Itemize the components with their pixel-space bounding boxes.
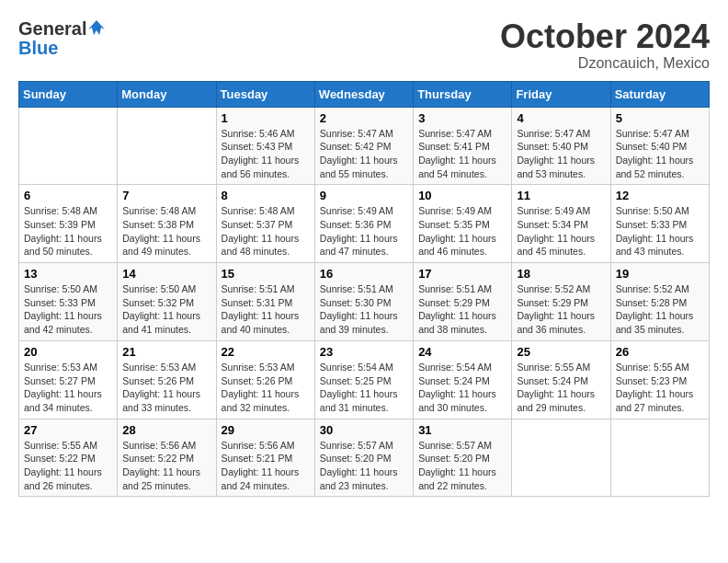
calendar-body: 1Sunrise: 5:46 AMSunset: 5:43 PMDaylight… (19, 107, 710, 497)
logo-bird-icon (88, 18, 105, 35)
day-info: Sunrise: 5:50 AMSunset: 5:33 PMDaylight:… (24, 282, 112, 337)
day-number: 8 (222, 189, 310, 202)
calendar-day-cell: 31Sunrise: 5:57 AMSunset: 5:20 PMDayligh… (414, 419, 512, 497)
day-number: 12 (616, 189, 704, 202)
calendar-day-cell: 30Sunrise: 5:57 AMSunset: 5:20 PMDayligh… (314, 419, 413, 497)
day-info: Sunrise: 5:50 AMSunset: 5:33 PMDaylight:… (616, 204, 704, 259)
day-info: Sunrise: 5:49 AMSunset: 5:36 PMDaylight:… (320, 204, 408, 259)
calendar-day-cell: 17Sunrise: 5:51 AMSunset: 5:29 PMDayligh… (414, 263, 512, 341)
day-number: 11 (517, 189, 605, 202)
month-title: October 2024 (500, 18, 710, 55)
calendar-day-cell: 1Sunrise: 5:46 AMSunset: 5:43 PMDaylight… (216, 107, 314, 185)
day-number: 20 (24, 345, 112, 359)
day-number: 13 (24, 267, 112, 281)
day-info: Sunrise: 5:49 AMSunset: 5:35 PMDaylight:… (418, 204, 506, 259)
day-number: 17 (418, 267, 506, 281)
weekday-header-row: SundayMondayTuesdayWednesdayThursdayFrid… (19, 81, 710, 107)
calendar-week-row: 1Sunrise: 5:46 AMSunset: 5:43 PMDaylight… (19, 107, 710, 185)
calendar-week-row: 27Sunrise: 5:55 AMSunset: 5:22 PMDayligh… (19, 419, 710, 497)
day-info: Sunrise: 5:52 AMSunset: 5:28 PMDaylight:… (616, 282, 704, 337)
day-number: 7 (122, 189, 210, 202)
day-number: 18 (517, 267, 605, 281)
day-info: Sunrise: 5:57 AMSunset: 5:20 PMDaylight:… (418, 439, 506, 493)
day-info: Sunrise: 5:57 AMSunset: 5:20 PMDaylight:… (320, 439, 408, 493)
calendar-day-cell: 20Sunrise: 5:53 AMSunset: 5:27 PMDayligh… (19, 340, 118, 419)
day-info: Sunrise: 5:51 AMSunset: 5:30 PMDaylight:… (320, 282, 408, 337)
calendar-day-cell (118, 107, 216, 185)
day-info: Sunrise: 5:49 AMSunset: 5:34 PMDaylight:… (517, 204, 605, 259)
day-number: 9 (320, 189, 408, 202)
day-info: Sunrise: 5:53 AMSunset: 5:26 PMDaylight:… (122, 361, 210, 415)
day-info: Sunrise: 5:50 AMSunset: 5:32 PMDaylight:… (122, 282, 210, 337)
day-info: Sunrise: 5:53 AMSunset: 5:27 PMDaylight:… (24, 361, 112, 415)
day-info: Sunrise: 5:53 AMSunset: 5:26 PMDaylight:… (222, 361, 310, 415)
day-info: Sunrise: 5:48 AMSunset: 5:38 PMDaylight:… (122, 204, 210, 259)
day-info: Sunrise: 5:56 AMSunset: 5:22 PMDaylight:… (122, 439, 210, 493)
day-info: Sunrise: 5:48 AMSunset: 5:37 PMDaylight:… (222, 204, 310, 259)
calendar-day-cell: 4Sunrise: 5:47 AMSunset: 5:40 PMDaylight… (512, 107, 610, 185)
logo-general-text: General (18, 19, 86, 38)
calendar-week-row: 20Sunrise: 5:53 AMSunset: 5:27 PMDayligh… (19, 340, 710, 419)
title-block: October 2024 Dzoncauich, Mexico (500, 18, 710, 72)
day-info: Sunrise: 5:51 AMSunset: 5:29 PMDaylight:… (418, 282, 506, 337)
day-number: 10 (418, 189, 506, 202)
calendar-week-row: 13Sunrise: 5:50 AMSunset: 5:33 PMDayligh… (19, 263, 710, 341)
day-number: 29 (222, 423, 310, 437)
calendar-day-cell: 3Sunrise: 5:47 AMSunset: 5:41 PMDaylight… (414, 107, 512, 185)
calendar-day-cell: 12Sunrise: 5:50 AMSunset: 5:33 PMDayligh… (610, 185, 709, 263)
day-number: 28 (122, 423, 210, 437)
calendar-day-cell: 24Sunrise: 5:54 AMSunset: 5:24 PMDayligh… (414, 340, 512, 419)
day-info: Sunrise: 5:51 AMSunset: 5:31 PMDaylight:… (222, 282, 310, 337)
day-info: Sunrise: 5:52 AMSunset: 5:29 PMDaylight:… (517, 282, 605, 337)
weekday-header-cell: Wednesday (314, 81, 413, 107)
calendar-day-cell: 8Sunrise: 5:48 AMSunset: 5:37 PMDaylight… (216, 185, 314, 263)
day-number: 19 (616, 267, 704, 281)
calendar-day-cell: 29Sunrise: 5:56 AMSunset: 5:21 PMDayligh… (216, 419, 314, 497)
day-number: 2 (320, 111, 408, 125)
calendar-day-cell: 10Sunrise: 5:49 AMSunset: 5:35 PMDayligh… (414, 185, 512, 263)
day-number: 5 (616, 111, 704, 125)
day-info: Sunrise: 5:47 AMSunset: 5:42 PMDaylight:… (320, 127, 408, 181)
day-number: 24 (418, 345, 506, 359)
calendar-day-cell: 9Sunrise: 5:49 AMSunset: 5:36 PMDaylight… (314, 185, 413, 263)
day-number: 16 (320, 267, 408, 281)
logo: General Blue (18, 18, 105, 57)
day-info: Sunrise: 5:47 AMSunset: 5:40 PMDaylight:… (517, 127, 605, 181)
calendar-day-cell: 7Sunrise: 5:48 AMSunset: 5:38 PMDaylight… (118, 185, 216, 263)
day-number: 15 (222, 267, 310, 281)
day-info: Sunrise: 5:48 AMSunset: 5:39 PMDaylight:… (24, 204, 112, 259)
day-info: Sunrise: 5:54 AMSunset: 5:24 PMDaylight:… (418, 361, 506, 415)
day-number: 21 (122, 345, 210, 359)
day-number: 6 (24, 189, 112, 202)
calendar-day-cell: 25Sunrise: 5:55 AMSunset: 5:24 PMDayligh… (512, 340, 610, 419)
day-info: Sunrise: 5:55 AMSunset: 5:22 PMDaylight:… (24, 439, 112, 493)
calendar-day-cell: 23Sunrise: 5:54 AMSunset: 5:25 PMDayligh… (314, 340, 413, 419)
day-info: Sunrise: 5:47 AMSunset: 5:41 PMDaylight:… (418, 127, 506, 181)
weekday-header-cell: Thursday (414, 81, 512, 107)
day-number: 26 (616, 345, 704, 359)
calendar-table: SundayMondayTuesdayWednesdayThursdayFrid… (18, 81, 710, 498)
day-number: 3 (418, 111, 506, 125)
calendar-day-cell: 13Sunrise: 5:50 AMSunset: 5:33 PMDayligh… (19, 263, 118, 341)
day-info: Sunrise: 5:56 AMSunset: 5:21 PMDaylight:… (222, 439, 310, 493)
page-header: General Blue October 2024 Dzoncauich, Me… (18, 18, 710, 72)
day-number: 23 (320, 345, 408, 359)
calendar-day-cell: 27Sunrise: 5:55 AMSunset: 5:22 PMDayligh… (19, 419, 118, 497)
day-number: 31 (418, 423, 506, 437)
svg-marker-0 (88, 20, 105, 35)
day-info: Sunrise: 5:55 AMSunset: 5:23 PMDaylight:… (616, 361, 704, 415)
weekday-header-cell: Friday (512, 81, 610, 107)
calendar-day-cell: 6Sunrise: 5:48 AMSunset: 5:39 PMDaylight… (19, 185, 118, 263)
weekday-header-cell: Monday (118, 81, 216, 107)
calendar-day-cell: 18Sunrise: 5:52 AMSunset: 5:29 PMDayligh… (512, 263, 610, 341)
calendar-day-cell: 22Sunrise: 5:53 AMSunset: 5:26 PMDayligh… (216, 340, 314, 419)
day-number: 22 (222, 345, 310, 359)
calendar-day-cell: 21Sunrise: 5:53 AMSunset: 5:26 PMDayligh… (118, 340, 216, 419)
calendar-day-cell: 28Sunrise: 5:56 AMSunset: 5:22 PMDayligh… (118, 419, 216, 497)
weekday-header-cell: Sunday (19, 81, 118, 107)
calendar-day-cell: 2Sunrise: 5:47 AMSunset: 5:42 PMDaylight… (314, 107, 413, 185)
calendar-day-cell (610, 419, 709, 497)
calendar-day-cell (512, 419, 610, 497)
logo-blue-text: Blue (18, 39, 58, 57)
day-info: Sunrise: 5:47 AMSunset: 5:40 PMDaylight:… (616, 127, 704, 181)
